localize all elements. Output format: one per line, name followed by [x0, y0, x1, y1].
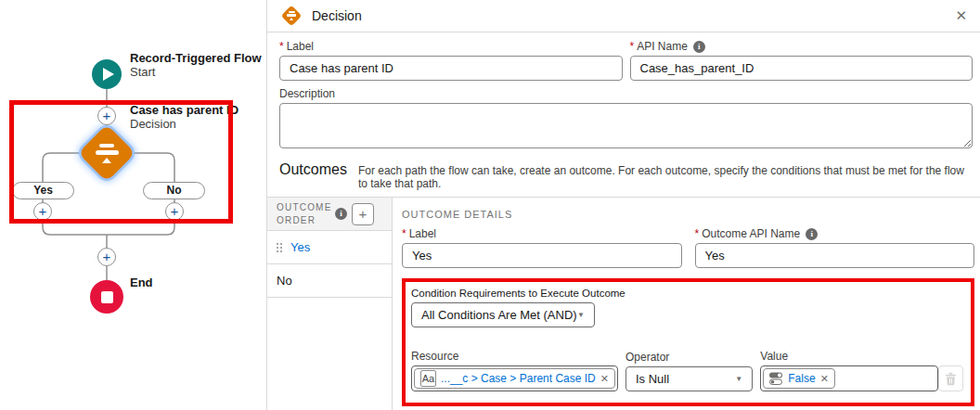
- outcomes-heading-row: Outcomes For each path the flow can take…: [279, 161, 973, 190]
- start-node-subtitle: Start: [130, 65, 155, 79]
- add-element-button-no[interactable]: +: [165, 202, 184, 221]
- outcome-api-text: Outcome API Name: [702, 227, 800, 240]
- decision-edit-panel: Decision ✕ * Label * API Name i: [266, 0, 980, 410]
- panel-body: * Label * API Name i Description: [267, 32, 980, 197]
- chevron-down-icon: ▼: [577, 311, 585, 319]
- info-icon[interactable]: i: [693, 41, 705, 53]
- api-name-field-group: * API Name i: [630, 40, 974, 81]
- outcome-item-label: Yes: [290, 240, 310, 254]
- delete-condition-button[interactable]: [938, 365, 963, 391]
- required-mark: *: [402, 227, 406, 240]
- condition-requirements-highlight: Condition Requirements to Execute Outcom…: [402, 278, 974, 406]
- end-node[interactable]: [90, 280, 123, 314]
- remove-icon[interactable]: ✕: [820, 373, 829, 385]
- add-element-button[interactable]: +: [97, 107, 116, 125]
- required-mark: *: [630, 40, 635, 53]
- outcome-api-input[interactable]: [695, 243, 975, 268]
- resource-pill-text: ...__c > Case > Parent Case ID: [441, 372, 596, 385]
- decision-icon: [280, 5, 303, 27]
- add-element-button-merge[interactable]: +: [97, 248, 116, 266]
- outcome-order-title: Outcome Order: [277, 201, 332, 226]
- resource-field-group: Resource Aa ...__c > Case > Parent Case …: [411, 350, 618, 391]
- outcome-label-field-group: * Label: [402, 227, 682, 268]
- end-node-label: End: [130, 275, 153, 289]
- outcome-label-field-label: * Label: [402, 227, 682, 240]
- operator-value: Is Null: [636, 372, 669, 386]
- operator-dropdown[interactable]: Is Null ▼: [625, 366, 753, 391]
- api-name-field-text: API Name: [637, 40, 688, 53]
- description-input[interactable]: [279, 103, 973, 148]
- play-icon: [103, 68, 114, 81]
- required-mark: *: [695, 227, 700, 240]
- text-type-icon: Aa: [420, 370, 436, 387]
- outcome-item-yes[interactable]: Yes: [267, 231, 392, 264]
- outcomes-heading: Outcomes: [279, 161, 347, 178]
- condition-logic-value: All Conditions Are Met (AND): [421, 308, 577, 322]
- branch-label-no[interactable]: No: [143, 182, 205, 199]
- value-combobox[interactable]: False ✕: [760, 365, 938, 391]
- flow-builder-screen: Record-Triggered Flow Start + Case has p…: [0, 0, 980, 410]
- stop-icon: [101, 291, 113, 303]
- outcome-order-header: Outcome Order i +: [267, 198, 392, 231]
- info-icon[interactable]: i: [806, 228, 818, 240]
- label-input[interactable]: [279, 56, 623, 81]
- flow-canvas: Record-Triggered Flow Start + Case has p…: [0, 0, 266, 410]
- value-pill-text: False: [788, 372, 815, 385]
- outcome-item-label: No: [277, 274, 292, 288]
- outcome-api-field-group: * Outcome API Name i: [695, 227, 975, 268]
- value-field-group: Value False: [760, 350, 938, 391]
- drag-handle-icon[interactable]: [277, 243, 282, 252]
- panel-header: Decision ✕: [267, 0, 980, 32]
- operator-field-group: Operator Is Null ▼: [625, 351, 753, 391]
- start-node-title: Record-Triggered Flow: [130, 51, 262, 65]
- outcome-label-input[interactable]: [402, 243, 682, 268]
- start-node[interactable]: [92, 59, 122, 89]
- value-pill[interactable]: False ✕: [763, 368, 835, 389]
- outcome-details-panel: Outcome Details * Label * Outcome API Na…: [393, 198, 980, 410]
- outcome-order-panel: Outcome Order i + Yes No: [267, 198, 393, 410]
- label-field-text: Label: [287, 40, 314, 53]
- resource-combobox[interactable]: Aa ...__c > Case > Parent Case ID ✕: [411, 365, 618, 391]
- trash-icon: [945, 372, 957, 386]
- resource-pill[interactable]: Aa ...__c > Case > Parent Case ID ✕: [414, 368, 615, 389]
- api-name-field-label: * API Name i: [630, 40, 974, 53]
- condition-requirements-label: Condition Requirements to Execute Outcom…: [411, 288, 965, 299]
- info-icon[interactable]: i: [335, 208, 347, 220]
- label-field-label: * Label: [279, 40, 623, 53]
- outcome-section: Outcome Order i + Yes No Outcome Details: [267, 197, 980, 410]
- outcome-details-title: Outcome Details: [402, 209, 974, 220]
- api-name-input[interactable]: [630, 56, 974, 81]
- outcome-api-field-label: * Outcome API Name i: [695, 227, 975, 240]
- value-label: Value: [760, 350, 938, 363]
- remove-icon[interactable]: ✕: [600, 373, 609, 385]
- add-outcome-button[interactable]: +: [352, 203, 374, 225]
- outcome-label-text: Label: [409, 227, 436, 240]
- decision-node[interactable]: [78, 124, 135, 182]
- condition-row: Resource Aa ...__c > Case > Parent Case …: [411, 350, 965, 391]
- decision-icon: [86, 133, 127, 173]
- decision-node-subtitle: Decision: [130, 117, 176, 131]
- resource-label: Resource: [411, 350, 618, 363]
- operator-label: Operator: [625, 351, 753, 364]
- description-label: Description: [279, 87, 973, 100]
- branch-label-yes[interactable]: Yes: [12, 182, 74, 199]
- condition-logic-dropdown[interactable]: All Conditions Are Met (AND) ▼: [411, 302, 595, 327]
- close-icon[interactable]: ✕: [955, 7, 967, 24]
- chevron-down-icon: ▼: [735, 375, 742, 383]
- outcomes-help-text: For each path the flow can take, create …: [358, 164, 973, 190]
- outcome-item-no[interactable]: No: [267, 264, 392, 298]
- boolean-type-icon: [769, 372, 783, 385]
- required-mark: *: [279, 40, 284, 53]
- label-field-group: * Label: [279, 40, 623, 81]
- add-element-button-yes[interactable]: +: [33, 202, 52, 221]
- panel-title: Decision: [312, 8, 362, 23]
- decision-node-title: Case has parent ID: [130, 103, 239, 117]
